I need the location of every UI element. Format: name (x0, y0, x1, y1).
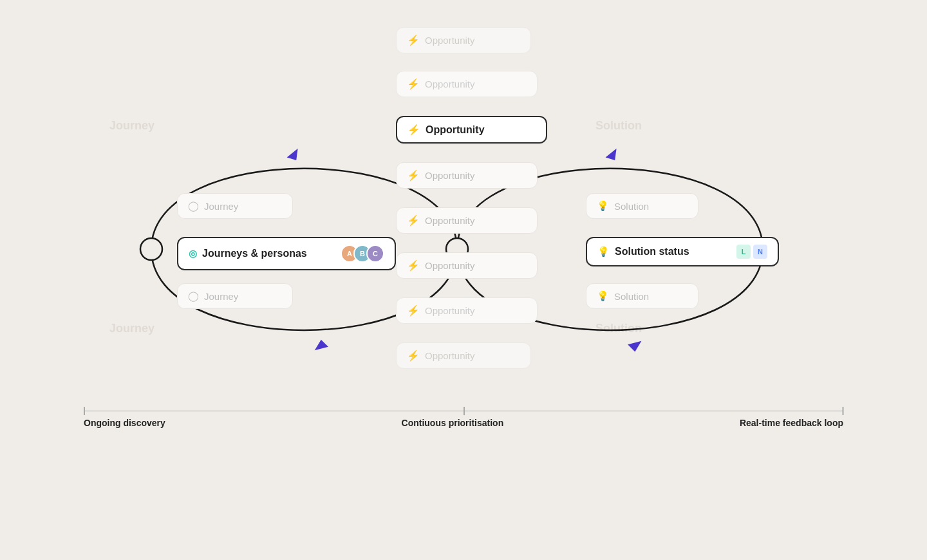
solution-status-label: Solution status (615, 246, 689, 257)
solution-label: Solution (614, 291, 649, 302)
journey-label: Journey (204, 201, 238, 212)
opportunity-card-faded-2[interactable]: ⚡ Opportunity (396, 207, 538, 234)
bolt-icon: ⚡ (407, 259, 420, 272)
timeline-label-feedback: Real-time feedback loop (740, 418, 843, 428)
opportunity-card-ghost-bottom[interactable]: ⚡ Opportunity (396, 342, 531, 369)
timeline-line (84, 411, 843, 412)
bolt-icon: ⚡ (407, 169, 420, 182)
avatar-cluster: A B C (341, 245, 384, 263)
opportunity-label: Opportunity (426, 124, 485, 136)
bulb-icon: 💡 (597, 290, 609, 302)
bolt-icon: ⚡ (407, 214, 420, 227)
opportunity-label: Opportunity (425, 215, 475, 226)
badge-l: L (736, 245, 751, 259)
avatar-3: C (366, 245, 384, 263)
bolt-icon: ⚡ (407, 350, 420, 362)
bolt-icon: ⚡ (407, 124, 420, 136)
solution-label: Solution (614, 201, 649, 212)
circle-icon: ◯ (188, 200, 199, 212)
opportunity-card-ghost-top[interactable]: ⚡ Opportunity (396, 27, 531, 53)
bolt-icon: ⚡ (407, 78, 420, 90)
circle-icon: ◎ (189, 248, 197, 259)
opportunity-label: Opportunity (425, 260, 475, 271)
timeline-tick-right (843, 407, 844, 415)
opportunity-label: Opportunity (425, 170, 475, 181)
journey-card-bottom[interactable]: ◯ Journey (177, 283, 293, 309)
svg-marker-2 (604, 149, 619, 163)
ghost-label-journey-top: Journey (109, 119, 154, 133)
timeline-label-prioritisation: Contiuous prioritisation (402, 418, 504, 428)
svg-point-4 (140, 238, 162, 260)
journey-label: Journey (204, 291, 238, 302)
solution-badges: L N (736, 245, 767, 259)
opportunity-card-very-faded-bottom[interactable]: ⚡ Opportunity (396, 297, 538, 324)
opportunity-card-active[interactable]: ⚡ Opportunity (396, 116, 547, 144)
ghost-label-solution-top: Solution (595, 119, 642, 133)
timeline-labels: Ongoing discovery Contiuous prioritisati… (84, 418, 843, 428)
opportunity-label: Opportunity (425, 350, 475, 361)
opportunity-label: Opportunity (425, 305, 475, 316)
solution-status-card[interactable]: 💡 Solution status L N (586, 237, 779, 266)
opportunity-card-very-faded-top[interactable]: ⚡ Opportunity (396, 71, 538, 97)
solution-card-top[interactable]: 💡 Solution (586, 193, 698, 219)
diagram-area: Journey Journey Solution Solution (45, 13, 882, 463)
main-container: Journey Journey Solution Solution (0, 0, 927, 560)
opportunity-card-faded-3[interactable]: ⚡ Opportunity (396, 252, 538, 279)
journeys-personas-label: Journeys & personas (202, 248, 307, 259)
bulb-icon: 💡 (597, 200, 609, 212)
ghost-label-solution-bottom: Solution (595, 322, 642, 335)
bolt-icon: ⚡ (407, 34, 420, 46)
timeline-tick-center (464, 407, 465, 415)
ghost-label-journey-bottom: Journey (109, 322, 154, 335)
journey-card-top[interactable]: ◯ Journey (177, 193, 293, 219)
timeline: Ongoing discovery Contiuous prioritisati… (84, 411, 843, 429)
timeline-tick-left (84, 407, 85, 415)
opportunity-label: Opportunity (425, 79, 475, 89)
svg-marker-0 (285, 149, 301, 163)
badge-n: N (753, 245, 767, 259)
svg-marker-3 (627, 339, 642, 352)
opportunity-card-faded-1[interactable]: ⚡ Opportunity (396, 162, 538, 189)
journeys-personas-card[interactable]: ◎ Journeys & personas A B C (177, 237, 396, 270)
circle-icon: ◯ (188, 290, 199, 302)
svg-marker-1 (315, 339, 330, 352)
opportunity-label: Opportunity (425, 35, 475, 46)
timeline-label-discovery: Ongoing discovery (84, 418, 165, 428)
bulb-icon: 💡 (597, 246, 610, 257)
bolt-icon: ⚡ (407, 304, 420, 317)
solution-card-bottom[interactable]: 💡 Solution (586, 283, 698, 309)
